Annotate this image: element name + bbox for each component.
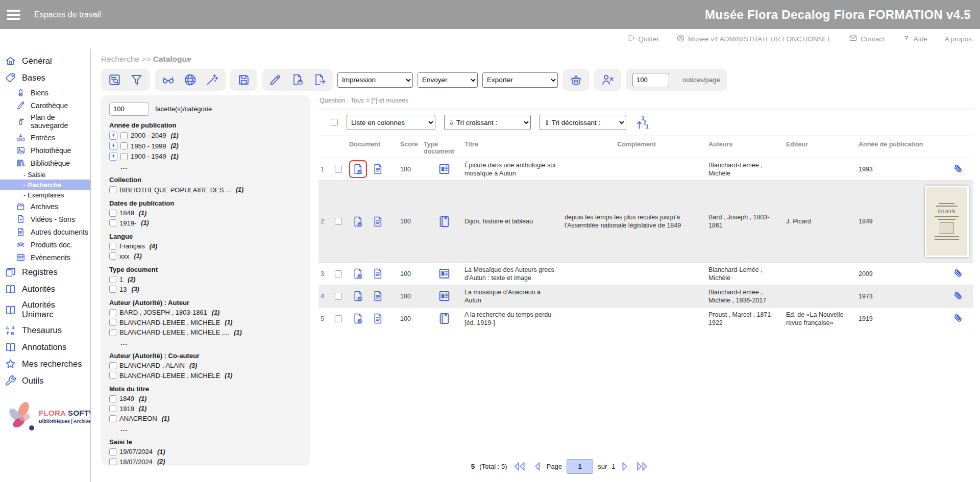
globe-icon[interactable] bbox=[183, 73, 197, 87]
sidebar-item[interactable]: Registres bbox=[0, 264, 90, 281]
sidebar-item[interactable]: Vidéos - Sons bbox=[0, 213, 90, 225]
paperclip-icon[interactable] bbox=[952, 312, 965, 325]
sidebar-item[interactable]: Evènements bbox=[0, 251, 90, 264]
send-select[interactable]: Envoyer bbox=[418, 72, 478, 88]
expand-plus-icon[interactable] bbox=[109, 153, 117, 161]
row-number-link[interactable]: 4 bbox=[318, 293, 335, 300]
sidebar-item[interactable]: Autorités bbox=[0, 281, 90, 297]
facet-checkbox[interactable] bbox=[109, 448, 116, 455]
doc-lines-icon[interactable] bbox=[369, 265, 387, 283]
facet-checkbox[interactable] bbox=[120, 142, 128, 149]
sidebar-item[interactable]: Autorités Unimarc bbox=[0, 297, 90, 322]
sidebar-item[interactable]: Biens bbox=[0, 86, 90, 99]
breadcrumb-parent[interactable]: Recherche bbox=[101, 55, 139, 63]
save-icon[interactable] bbox=[237, 73, 251, 87]
page-number-input[interactable] bbox=[567, 459, 593, 474]
sidebar-item[interactable]: - Saisie bbox=[0, 169, 90, 180]
facet-checkbox[interactable] bbox=[109, 219, 116, 226]
facet-checkbox[interactable] bbox=[109, 186, 116, 193]
facet-more[interactable]: ... bbox=[120, 163, 302, 170]
row-number-link[interactable]: 1 bbox=[318, 166, 335, 173]
facet-checkbox[interactable] bbox=[109, 395, 116, 402]
chevron-first-icon[interactable] bbox=[511, 461, 528, 472]
sidebar-item[interactable]: Carothèque bbox=[0, 99, 90, 112]
filter-icon[interactable] bbox=[130, 73, 143, 87]
chevron-last-icon[interactable] bbox=[634, 461, 650, 472]
export-select[interactable]: Exporter bbox=[482, 72, 558, 88]
sidebar-item[interactable]: Archives bbox=[0, 200, 90, 213]
sidebar-item[interactable]: Bases bbox=[0, 69, 90, 86]
row-checkbox[interactable] bbox=[335, 293, 342, 300]
sidebar-item[interactable]: Plan de sauvegarde bbox=[0, 112, 90, 131]
facet-checkbox[interactable] bbox=[109, 458, 116, 465]
facet-checkbox[interactable] bbox=[109, 329, 116, 336]
facet-checkbox[interactable] bbox=[109, 309, 116, 316]
row-number-link[interactable]: 3 bbox=[318, 270, 335, 277]
doc-lines-icon[interactable] bbox=[369, 287, 387, 305]
about-link[interactable]: A propos bbox=[945, 35, 972, 43]
current-user[interactable]: Musée v4 ADMINISTRATEUR FONCTIONNEL bbox=[676, 34, 831, 44]
doc-lines-icon[interactable] bbox=[369, 310, 387, 327]
magic-wand-icon[interactable] bbox=[205, 73, 219, 87]
expand-plus-icon[interactable] bbox=[109, 132, 117, 140]
record-thumbnail[interactable]: DIJON bbox=[925, 186, 969, 257]
facet-checkbox[interactable] bbox=[109, 243, 116, 250]
facet-checkbox[interactable] bbox=[109, 405, 116, 412]
facet-checkbox[interactable] bbox=[109, 252, 116, 260]
sidebar-item[interactable]: - Exemplaires bbox=[0, 190, 90, 200]
row-checkbox[interactable] bbox=[335, 218, 342, 225]
row-number-link[interactable]: 2 bbox=[318, 218, 335, 225]
doc-status-icon[interactable] bbox=[349, 265, 367, 283]
facet-checkbox[interactable] bbox=[109, 210, 116, 217]
quit-button[interactable]: Quitter bbox=[627, 34, 659, 44]
row-checkbox[interactable] bbox=[335, 166, 342, 173]
expand-plus-icon[interactable] bbox=[109, 142, 117, 150]
facet-checkbox[interactable] bbox=[109, 415, 116, 422]
sort-descending-select[interactable]: ⇧ Tri décroissant : bbox=[540, 115, 626, 130]
select-all-checkbox[interactable] bbox=[331, 119, 338, 126]
doc-status-icon[interactable] bbox=[349, 310, 367, 327]
sidebar-item[interactable]: - Recherche bbox=[0, 180, 90, 190]
paperclip-icon[interactable] bbox=[952, 163, 965, 175]
view-mode-select[interactable]: Liste en colonnes bbox=[347, 115, 435, 130]
sort-ascending-select[interactable]: ⇩ Tri croissant : bbox=[444, 115, 531, 130]
chevron-next-icon[interactable] bbox=[620, 461, 630, 472]
facet-checkbox[interactable] bbox=[109, 372, 116, 379]
doc-status-icon[interactable] bbox=[349, 160, 367, 178]
sidebar-item[interactable]: Mes recherches bbox=[0, 356, 90, 372]
workspaces-label[interactable]: Espaces de travail bbox=[34, 10, 101, 19]
paperclip-icon[interactable] bbox=[952, 267, 965, 280]
export-document-icon[interactable] bbox=[312, 73, 326, 87]
remove-user-icon[interactable] bbox=[601, 73, 615, 87]
sidebar-item[interactable]: Bibliothèque bbox=[0, 157, 90, 169]
row-checkbox[interactable] bbox=[335, 270, 342, 277]
doc-lines-icon[interactable] bbox=[369, 213, 387, 231]
doc-status-icon[interactable] bbox=[349, 213, 367, 231]
sidebar-item[interactable]: Général bbox=[0, 53, 90, 69]
facet-checkbox[interactable] bbox=[120, 132, 128, 139]
print-select[interactable]: Impression bbox=[337, 72, 413, 88]
sidebar-item[interactable]: Entrées bbox=[0, 131, 90, 144]
facet-count-input[interactable] bbox=[109, 102, 149, 116]
facet-checkbox[interactable] bbox=[109, 362, 116, 369]
facet-checkbox[interactable] bbox=[109, 319, 116, 326]
facet-more[interactable]: ... bbox=[120, 425, 302, 433]
sidebar-item[interactable]: Autres documents bbox=[0, 225, 90, 238]
print-document-icon[interactable] bbox=[290, 73, 304, 87]
glasses-icon[interactable] bbox=[161, 73, 175, 87]
sidebar-item[interactable]: Produits doc. bbox=[0, 238, 90, 251]
paperclip-icon[interactable] bbox=[952, 290, 965, 302]
sidebar-item[interactable]: Annotations bbox=[0, 339, 90, 356]
facet-more[interactable]: ... bbox=[120, 339, 302, 346]
sort-321-icon[interactable]: 321 bbox=[635, 115, 650, 130]
contact-link[interactable]: Contact bbox=[849, 34, 885, 44]
sidebar-item[interactable]: Outils bbox=[0, 372, 90, 389]
facet-checkbox[interactable] bbox=[109, 286, 116, 293]
sidebar-item[interactable]: AB Thesaurus bbox=[0, 322, 90, 339]
sidebar-item[interactable]: Photothèque bbox=[0, 144, 90, 157]
help-link[interactable]: ? Aide bbox=[902, 34, 927, 44]
row-number-link[interactable]: 5 bbox=[318, 315, 335, 322]
row-checkbox[interactable] bbox=[335, 315, 342, 322]
per-page-input[interactable] bbox=[632, 73, 669, 87]
edit-icon[interactable] bbox=[268, 73, 282, 87]
